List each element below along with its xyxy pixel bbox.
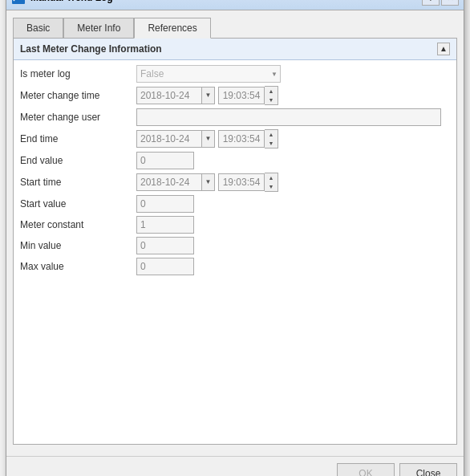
start-time-label: Start time — [20, 177, 136, 188]
meter-change-time-wrapper: ▲ ▼ — [218, 86, 278, 105]
is-meter-log-label: Is meter log — [20, 68, 136, 79]
footer: OK Close — [6, 456, 464, 477]
window-close-button[interactable]: ✕ — [441, 0, 459, 6]
end-time-row: End time ▼ ▲ ▼ — [20, 129, 450, 148]
ok-button[interactable]: OK — [337, 463, 395, 477]
tab-basic[interactable]: Basic — [13, 18, 63, 39]
max-value-input[interactable] — [136, 258, 194, 275]
end-time-input[interactable] — [218, 130, 265, 148]
meter-change-date-input[interactable] — [136, 87, 202, 104]
help-button[interactable]: ? — [422, 0, 440, 6]
min-value-row: Min value — [20, 237, 450, 254]
start-value-input[interactable] — [136, 195, 194, 213]
end-value-control — [136, 152, 194, 169]
meter-constant-control — [136, 216, 194, 234]
meter-change-time-control: ▼ ▲ ▼ — [136, 86, 278, 105]
window-controls: ? ✕ — [422, 0, 459, 6]
end-date-input[interactable] — [136, 130, 202, 148]
empty-area — [14, 283, 456, 444]
meter-change-time-down[interactable]: ▼ — [265, 96, 278, 104]
meter-constant-input[interactable] — [136, 216, 194, 234]
meter-change-time-label: Meter change time — [20, 90, 136, 101]
start-time-wrapper: ▲ ▼ — [218, 173, 278, 192]
meter-change-time-spinner: ▲ ▼ — [265, 86, 278, 105]
meter-constant-row: Meter constant — [20, 216, 450, 234]
end-time-wrapper: ▲ ▼ — [218, 129, 278, 148]
min-value-control — [136, 237, 194, 254]
max-value-row: Max value — [20, 258, 450, 275]
window-title: Manual Trend Log — [30, 0, 422, 3]
start-date-input[interactable] — [136, 173, 202, 191]
collapse-button[interactable]: ▲ — [437, 43, 450, 55]
close-button[interactable]: Close — [399, 463, 457, 477]
end-time-down[interactable]: ▼ — [265, 139, 278, 148]
start-time-up[interactable]: ▲ — [265, 173, 278, 182]
min-value-label: Min value — [20, 240, 136, 251]
is-meter-log-row: Is meter log False — [20, 65, 450, 83]
is-meter-log-select[interactable]: False — [136, 65, 281, 83]
is-meter-log-select-wrapper: False — [136, 65, 281, 83]
start-date-picker-button[interactable]: ▼ — [202, 173, 215, 191]
start-value-row: Start value — [20, 195, 450, 213]
meter-change-user-control — [136, 108, 441, 126]
section-title: Last Meter Change Information — [20, 43, 162, 55]
end-date-picker-button[interactable]: ▼ — [202, 130, 215, 148]
max-value-label: Max value — [20, 261, 136, 272]
end-value-input[interactable] — [136, 152, 194, 169]
section-header: Last Meter Change Information ▲ — [14, 39, 456, 60]
meter-constant-label: Meter constant — [20, 219, 136, 230]
min-value-input[interactable] — [136, 237, 194, 254]
tab-meter-info[interactable]: Meter Info — [63, 18, 134, 39]
end-time-control: ▼ ▲ ▼ — [136, 129, 278, 148]
start-time-row: Start time ▼ ▲ ▼ — [20, 173, 450, 192]
end-time-up[interactable]: ▲ — [265, 130, 278, 139]
end-time-spinner: ▲ ▼ — [265, 129, 278, 148]
start-time-spinner: ▲ ▼ — [265, 173, 278, 192]
end-value-row: End value — [20, 152, 450, 169]
max-value-control — [136, 258, 194, 275]
meter-change-user-input[interactable] — [136, 108, 441, 126]
app-icon — [11, 0, 26, 5]
start-time-down[interactable]: ▼ — [265, 182, 278, 191]
meter-change-time-row: Meter change time ▼ ▲ ▼ — [20, 86, 450, 105]
form-body: Is meter log False Meter change time — [14, 60, 456, 283]
start-value-label: Start value — [20, 198, 136, 210]
start-time-control: ▼ ▲ ▼ — [136, 173, 278, 192]
tab-references[interactable]: References — [134, 18, 210, 39]
meter-change-user-label: Meter change user — [20, 112, 136, 123]
tab-bar: Basic Meter Info References — [13, 17, 457, 38]
meter-change-date-picker-button[interactable]: ▼ — [202, 87, 215, 104]
end-time-label: End time — [20, 133, 136, 144]
start-time-input[interactable] — [218, 173, 265, 191]
meter-change-user-row: Meter change user — [20, 108, 450, 126]
is-meter-log-control: False — [136, 65, 281, 83]
tab-panel: Last Meter Change Information ▲ Is meter… — [13, 38, 457, 445]
main-window: Manual Trend Log ? ✕ Basic Meter Info Re… — [6, 0, 464, 476]
start-value-control — [136, 195, 194, 213]
meter-change-time-up[interactable]: ▲ — [265, 87, 278, 96]
title-bar: Manual Trend Log ? ✕ — [6, 0, 464, 10]
meter-change-time-input[interactable] — [218, 87, 265, 104]
window-content: Basic Meter Info References Last Meter C… — [6, 10, 464, 451]
end-value-label: End value — [20, 155, 136, 166]
